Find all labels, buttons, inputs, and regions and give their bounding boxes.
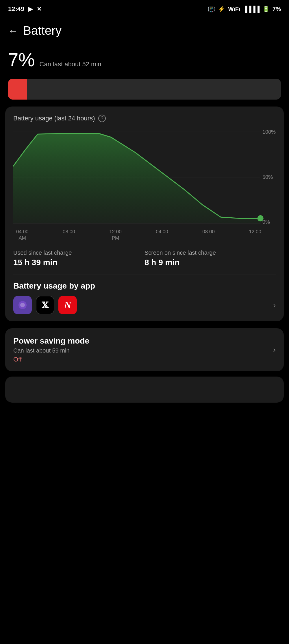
back-button[interactable]: ← [8, 25, 18, 36]
app-usage-title: Battery usage by app [13, 281, 276, 291]
stat-used-value: 15 h 39 min [13, 258, 144, 267]
app-icon-nebula[interactable] [13, 296, 32, 314]
stat-screen-value: 8 h 9 min [144, 258, 276, 267]
bluetooth-icon: ⚡ [218, 5, 225, 12]
vibrate-icon: 📳 [208, 5, 215, 12]
app-icons-list: 𝕏 N [13, 296, 77, 314]
x-label-3: 04:00 [156, 229, 168, 241]
app-icons-row: 𝕏 N › [13, 296, 276, 314]
app-icon-netflix[interactable]: N [58, 296, 77, 314]
app-usage-chevron[interactable]: › [273, 301, 276, 310]
status-time: 12:49 [8, 5, 24, 13]
status-bar: 12:49 ▶ ✕ 📳 ⚡ WiFi ▐▐▐▐ 🔋 7% [0, 0, 289, 16]
battery-chart: 100% 50% 0% [13, 128, 276, 226]
wifi-icon: WiFi [228, 6, 240, 12]
power-saving-title: Power saving mode [13, 336, 273, 346]
power-saving-status: Off [13, 356, 273, 363]
status-left: 12:49 ▶ ✕ [8, 5, 42, 13]
battery-percentage-section: 7% Can last about 52 min [0, 43, 289, 74]
chart-svg [13, 128, 276, 226]
stat-used-since-charge: Used since last charge 15 h 39 min [13, 249, 144, 267]
power-saving-card[interactable]: Power saving mode Can last about 59 min … [5, 328, 284, 371]
usage-stats-row: Used since last charge 15 h 39 min Scree… [13, 249, 276, 267]
stat-screen-label: Screen on since last charge [144, 249, 276, 256]
power-saving-subtitle: Can last about 59 min [13, 347, 273, 354]
info-icon[interactable]: ? [98, 115, 106, 122]
power-saving-chevron[interactable]: › [273, 345, 276, 354]
signal-icon: ▐▐▐▐ [243, 6, 260, 12]
battery-bar-fill [8, 79, 27, 100]
svg-point-3 [258, 216, 263, 221]
page-title: Battery [23, 24, 62, 38]
stat-screen-on: Screen on since last charge 8 h 9 min [144, 249, 276, 267]
x-icon: ✕ [37, 5, 42, 12]
battery-duration-label: Can last about 52 min [40, 60, 101, 68]
x-label-0: 04:00 AM [16, 229, 29, 241]
power-saving-info: Power saving mode Can last about 59 min … [13, 336, 273, 363]
battery-usage-card: Battery usage (last 24 hours) ? 100% 50%… [5, 107, 284, 321]
usage-card-title: Battery usage (last 24 hours) [13, 115, 95, 122]
stat-used-label: Used since last charge [13, 249, 144, 256]
usage-card-header: Battery usage (last 24 hours) ? [13, 115, 276, 122]
chart-x-labels: 04:00 AM 08:00 12:00 PM 04:00 08:00 12:0… [13, 226, 276, 241]
battery-icon: 🔋 [262, 5, 270, 12]
bottom-partial-card [5, 377, 284, 403]
x-label-1: 08:00 [63, 229, 75, 241]
status-right: 📳 ⚡ WiFi ▐▐▐▐ 🔋 7% [208, 5, 281, 12]
status-battery-pct: 7% [273, 6, 281, 12]
youtube-icon: ▶ [28, 5, 33, 12]
x-label-5: 12:00 [249, 229, 261, 241]
battery-level-bar [8, 79, 281, 100]
svg-point-5 [20, 303, 25, 307]
x-label-2: 12:00 PM [109, 229, 122, 241]
card-divider [13, 274, 276, 274]
page-header: ← Battery [0, 16, 289, 43]
battery-percentage-value: 7% [8, 49, 35, 71]
app-icon-x[interactable]: 𝕏 [36, 296, 54, 314]
x-label-4: 08:00 [202, 229, 215, 241]
